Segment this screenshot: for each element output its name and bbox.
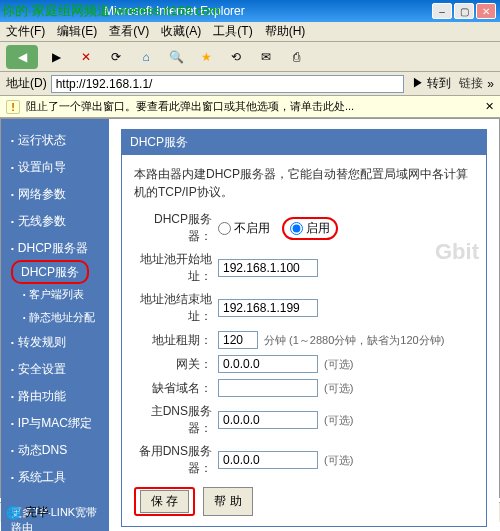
maximize-button[interactable]: ▢ — [454, 3, 474, 19]
url-input[interactable] — [51, 75, 404, 93]
sidebar-item-ddns[interactable]: 动态DNS — [1, 437, 109, 464]
globe-icon: 🌐 — [6, 506, 21, 520]
address-bar: 地址(D) ▶ 转到 链接 » — [0, 72, 500, 96]
forward-button[interactable]: ▶ — [44, 45, 68, 69]
menu-file[interactable]: 文件(F) — [6, 23, 45, 40]
save-button[interactable]: 保 存 — [140, 490, 189, 513]
menu-bar: 文件(F) 编辑(E) 查看(V) 收藏(A) 工具(T) 帮助(H) — [0, 22, 500, 42]
chevron-icon[interactable]: » — [487, 77, 494, 91]
input-gateway[interactable] — [218, 355, 318, 373]
menu-favorites[interactable]: 收藏(A) — [161, 23, 201, 40]
sidebar-item-routing[interactable]: 路由功能 — [1, 383, 109, 410]
infobar-close-icon[interactable]: ✕ — [485, 100, 494, 113]
help-button[interactable]: 帮 助 — [203, 487, 252, 516]
panel-description: 本路由器内建DHCP服务器，它能自动替您配置局域网中各计算机的TCP/IP协议。 — [134, 165, 474, 201]
status-text: 完毕 — [25, 504, 49, 521]
input-dns2[interactable] — [218, 451, 318, 469]
label-pool-end: 地址池结束地址： — [134, 291, 212, 325]
label-dns1: 主DNS服务器： — [134, 403, 212, 437]
label-domain: 缺省域名： — [134, 380, 212, 397]
sidebar-item-status[interactable]: 运行状态 — [1, 127, 109, 154]
menu-help[interactable]: 帮助(H) — [265, 23, 306, 40]
dns2-opt: (可选) — [324, 453, 353, 468]
warning-icon: ! — [6, 100, 20, 114]
sidebar-item-security[interactable]: 安全设置 — [1, 356, 109, 383]
close-button[interactable]: ✕ — [476, 3, 496, 19]
domain-opt: (可选) — [324, 381, 353, 396]
sidebar-sub-dhcp-service[interactable]: DHCP服务 — [11, 260, 89, 284]
menu-tools[interactable]: 工具(T) — [213, 23, 252, 40]
address-label: 地址(D) — [6, 75, 47, 92]
radio-enable[interactable]: 启用 — [290, 220, 330, 237]
sidebar: 运行状态 设置向导 网络参数 无线参数 DHCP服务器 DHCP服务 客户端列表… — [1, 119, 109, 531]
refresh-button[interactable]: ⟳ — [104, 45, 128, 69]
sidebar-item-dhcp-server[interactable]: DHCP服务器 — [1, 235, 109, 262]
router-page: TP-LINK 11b到11g 的飞跃，实现 54M 无线高速上网 运行状态 设… — [0, 118, 500, 498]
sidebar-sub-static-assign[interactable]: 静态地址分配 — [1, 306, 109, 329]
input-pool-end[interactable] — [218, 299, 318, 317]
label-gateway: 网关： — [134, 356, 212, 373]
links-label[interactable]: 链接 — [459, 75, 483, 92]
input-pool-start[interactable] — [218, 259, 318, 277]
label-pool-start: 地址池开始地址： — [134, 251, 212, 285]
content-area: Gbit DHCP服务 本路由器内建DHCP服务器，它能自动替您配置局域网中各计… — [109, 119, 499, 531]
panel-title: DHCP服务 — [122, 130, 486, 155]
sidebar-item-system[interactable]: 系统工具 — [1, 464, 109, 491]
overlay-caption: 你的·家庭组网频道 wireless.it168.com — [2, 2, 220, 20]
label-lease: 地址租期： — [134, 332, 212, 349]
radio-disable[interactable]: 不启用 — [218, 220, 270, 237]
home-button[interactable]: ⌂ — [134, 45, 158, 69]
stop-button[interactable]: ✕ — [74, 45, 98, 69]
sidebar-item-wizard[interactable]: 设置向导 — [1, 154, 109, 181]
label-dhcp-server: DHCP服务器： — [134, 211, 212, 245]
dhcp-panel: DHCP服务 本路由器内建DHCP服务器，它能自动替您配置局域网中各计算机的TC… — [121, 129, 487, 527]
gateway-opt: (可选) — [324, 357, 353, 372]
infobar-text: 阻止了一个弹出窗口。要查看此弹出窗口或其他选项，请单击此处... — [26, 99, 354, 114]
input-lease[interactable] — [218, 331, 258, 349]
sidebar-item-ipmac[interactable]: IP与MAC绑定 — [1, 410, 109, 437]
dns1-opt: (可选) — [324, 413, 353, 428]
toolbar: ◀ ▶ ✕ ⟳ ⌂ 🔍 ★ ⟲ ✉ ⎙ — [0, 42, 500, 72]
back-button[interactable]: ◀ — [6, 45, 38, 69]
lease-suffix: 分钟 (1～2880分钟，缺省为120分钟) — [264, 333, 444, 348]
sidebar-item-network[interactable]: 网络参数 — [1, 181, 109, 208]
go-button[interactable]: ▶ 转到 — [408, 75, 455, 92]
favorites-button[interactable]: ★ — [194, 45, 218, 69]
label-dns2: 备用DNS服务器： — [134, 443, 212, 477]
sidebar-item-wireless[interactable]: 无线参数 — [1, 208, 109, 235]
sidebar-sub-client-list[interactable]: 客户端列表 — [1, 283, 109, 306]
minimize-button[interactable]: – — [432, 3, 452, 19]
search-button[interactable]: 🔍 — [164, 45, 188, 69]
menu-edit[interactable]: 编辑(E) — [57, 23, 97, 40]
input-domain[interactable] — [218, 379, 318, 397]
history-button[interactable]: ⟲ — [224, 45, 248, 69]
input-dns1[interactable] — [218, 411, 318, 429]
sidebar-item-forward[interactable]: 转发规则 — [1, 329, 109, 356]
print-button[interactable]: ⎙ — [284, 45, 308, 69]
mail-button[interactable]: ✉ — [254, 45, 278, 69]
menu-view[interactable]: 查看(V) — [109, 23, 149, 40]
popup-blocker-bar[interactable]: ! 阻止了一个弹出窗口。要查看此弹出窗口或其他选项，请单击此处... ✕ — [0, 96, 500, 118]
